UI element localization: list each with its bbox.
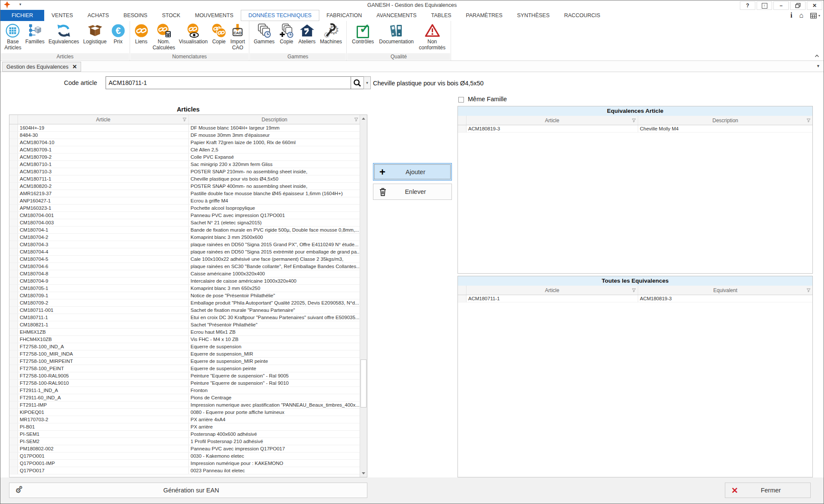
- tab-ventes[interactable]: VENTES: [44, 10, 80, 21]
- row-selector[interactable]: [9, 431, 18, 438]
- table-row[interactable]: ACM180710-1 Sac minigrip 230 x 320mm fer…: [9, 161, 367, 168]
- row-selector[interactable]: [458, 295, 467, 302]
- ribbon-collapse-chevron-icon[interactable]: [815, 51, 819, 59]
- table-row[interactable]: CM180821-1 Sachet "Présentoir Philathéli…: [9, 321, 367, 329]
- row-selector[interactable]: [9, 241, 18, 248]
- table-row[interactable]: CM180704-6 plaque rainées en SC30 "Bande…: [9, 263, 367, 270]
- row-selector[interactable]: [9, 168, 18, 175]
- row-selector[interactable]: [9, 285, 18, 292]
- table-row[interactable]: FT2758-100-RAL9010 Peinture "Equerre de …: [9, 380, 367, 387]
- column-header-equivalent[interactable]: Equivalent: [638, 286, 812, 295]
- table-row[interactable]: ACM180709-1 Clé Allen 2,5: [9, 146, 367, 154]
- ribbon-item-import-cao[interactable]: CAO Import CAO: [229, 22, 246, 51]
- row-selector[interactable]: [9, 248, 18, 255]
- table-row[interactable]: CM180704-1 Bande de fixation murale en P…: [9, 226, 367, 234]
- table-row[interactable]: EHM6X1ZB Ecrou haut M6x1 ZB: [9, 329, 367, 336]
- column-header-description[interactable]: Description: [638, 116, 812, 125]
- table-row[interactable]: PI-B01 PX arrière: [9, 423, 367, 431]
- scroll-down-button[interactable]: [360, 470, 367, 477]
- table-row[interactable]: CM180704-8 Caisse américaine 1000x320x40…: [9, 270, 367, 278]
- row-selector[interactable]: [9, 467, 18, 474]
- minimize-button[interactable]: –: [773, 1, 789, 10]
- ribbon-item-nom-calculees[interactable]: Nom. Calculées: [151, 22, 176, 51]
- row-selector[interactable]: [9, 314, 18, 321]
- generate-ean-button[interactable]: ⚙⚙ Génération sur EAN: [9, 483, 367, 498]
- tab-donnees-techniques[interactable]: DONNÉES TECHNIQUES: [241, 10, 319, 21]
- table-row[interactable]: CM180704-001 Panneau PVC avec impression…: [9, 212, 367, 219]
- row-selector[interactable]: [9, 401, 18, 408]
- ribbon-item-controles[interactable]: ✓ Contrôles: [351, 22, 375, 45]
- table-row[interactable]: ANP160427-1 Ecrou à griffe M4: [9, 197, 367, 205]
- pin-button[interactable]: ↑: [757, 1, 772, 10]
- ribbon-item-non-conformites[interactable]: Non conformités: [418, 22, 446, 51]
- column-header-article[interactable]: Article: [467, 286, 638, 295]
- row-selector[interactable]: [9, 124, 18, 131]
- table-row[interactable]: CM180704-5 Cale 100x100x22 adhésivé une …: [9, 256, 367, 263]
- table-row[interactable]: FHCM4X10ZB Vis FHC - M4 x 10 ZB: [9, 336, 367, 343]
- row-selector[interactable]: [9, 387, 18, 394]
- ribbon-item-ateliers[interactable]: Ateliers: [297, 22, 316, 45]
- table-row[interactable]: Q17PO001 0030 - Kakemono eletec: [9, 453, 367, 460]
- search-dropdown-button[interactable]: ▼: [364, 76, 371, 89]
- table-row[interactable]: ACM180704-10 Papier Kraft 72gren laize d…: [9, 139, 367, 146]
- row-selector[interactable]: [458, 125, 467, 132]
- row-selector[interactable]: [9, 139, 18, 146]
- table-row[interactable]: APM160323-1 Pochette alcool Isopropyliqu…: [9, 205, 367, 212]
- table-row[interactable]: CM180704-2 Komaprint blanc 3 mm 2500x600: [9, 234, 367, 241]
- close-form-button[interactable]: ✕ Fermer: [725, 483, 811, 498]
- tab-achats[interactable]: ACHATS: [80, 10, 116, 21]
- table-row[interactable]: ACM180709-2 Colle PVC Expansé: [9, 154, 367, 161]
- row-selector[interactable]: [9, 190, 18, 197]
- add-button[interactable]: + Ajouter: [373, 163, 452, 181]
- row-selector[interactable]: [9, 263, 18, 270]
- table-row[interactable]: CM180704-003 Sachet N° 21 (eletec signa2…: [9, 219, 367, 226]
- tab-raccourcis[interactable]: RACCOURCIS: [557, 10, 608, 21]
- table-row[interactable]: ACM180711-1 Cheville plastique pour vis …: [9, 175, 367, 183]
- table-row[interactable]: FT2911-60_IND_A Pions de Centrage: [9, 394, 367, 401]
- scrollbar-thumb[interactable]: [360, 359, 367, 407]
- row-selector[interactable]: [9, 161, 18, 168]
- table-row[interactable]: 1604H+-19 DF Mousse blanc 1604H+ largeur…: [9, 124, 367, 132]
- row-selector[interactable]: [9, 438, 18, 445]
- table-row[interactable]: CM180709-1 Notice de pose "Présentoir Ph…: [9, 292, 367, 299]
- home-icon[interactable]: ⌂: [799, 12, 803, 19]
- table-row[interactable]: ACM180711-1 ACM180819-3: [458, 295, 812, 302]
- table-row[interactable]: FT2758-100_MIRPEINT Equerre de suspensio…: [9, 358, 367, 365]
- ribbon-item-liens[interactable]: Liens: [133, 22, 150, 45]
- table-row[interactable]: Q17PO001-IMP Impression numérique pour :…: [9, 460, 367, 467]
- table-row[interactable]: FT2911-IMP Impression numerique avec pla…: [9, 401, 367, 409]
- tab-stock[interactable]: STOCK: [154, 10, 188, 21]
- row-selector[interactable]: [9, 372, 18, 379]
- table-row[interactable]: ACM180710-3 POSTER SNAP 210mm- no assemb…: [9, 168, 367, 175]
- restore-button[interactable]: [790, 1, 806, 10]
- table-row[interactable]: Q17PO017 0023 Panneau ilot eletec: [9, 467, 367, 474]
- ribbon-item-copie-gammes[interactable]: Copie: [278, 22, 295, 45]
- tab-besoins[interactable]: BESOINS: [116, 10, 155, 21]
- row-selector[interactable]: [9, 307, 18, 314]
- table-row[interactable]: FT2911-1_IND_A Fronton: [9, 387, 367, 394]
- row-selector[interactable]: [9, 183, 18, 190]
- table-row[interactable]: CM180711-1 Etui en croix DC 30 Kraftpour…: [9, 314, 367, 321]
- row-selector[interactable]: [9, 358, 18, 365]
- table-row[interactable]: ACM180819-3 Cheville Molly M4: [458, 125, 812, 133]
- row-selector[interactable]: [9, 460, 18, 467]
- table-row[interactable]: FT2758-100_IND_A Equerre de suspension: [9, 343, 367, 350]
- table-row[interactable]: ACM180820-2 POSTER SNAP 400mm- no assemb…: [9, 183, 367, 190]
- table-row[interactable]: 8484-30 DF mousse 30mm 3mm d'épaisseur: [9, 132, 367, 139]
- table-row[interactable]: PI-SEM2 1 Profil Postersnap 210 adhésivé: [9, 438, 367, 445]
- row-selector[interactable]: [9, 445, 18, 452]
- row-selector[interactable]: [9, 350, 18, 357]
- calculator-menu-button[interactable]: ▾: [810, 13, 820, 18]
- row-selector[interactable]: [9, 146, 18, 153]
- ribbon-item-copie-liens[interactable]: Copie: [211, 22, 227, 45]
- table-row[interactable]: KIPOEQ01 0080 - Equerre pour porte affic…: [9, 409, 367, 416]
- row-selector[interactable]: [9, 453, 18, 459]
- row-selector[interactable]: [9, 234, 18, 241]
- column-header-article[interactable]: Article: [18, 115, 188, 124]
- row-selector[interactable]: [9, 380, 18, 386]
- row-selector[interactable]: [9, 423, 18, 430]
- same-family-checkbox[interactable]: [458, 97, 464, 103]
- tab-list-dropdown-icon[interactable]: ▼: [816, 64, 820, 68]
- code-article-input[interactable]: [106, 76, 351, 89]
- ribbon-item-equivalences[interactable]: Equivalences: [48, 22, 80, 45]
